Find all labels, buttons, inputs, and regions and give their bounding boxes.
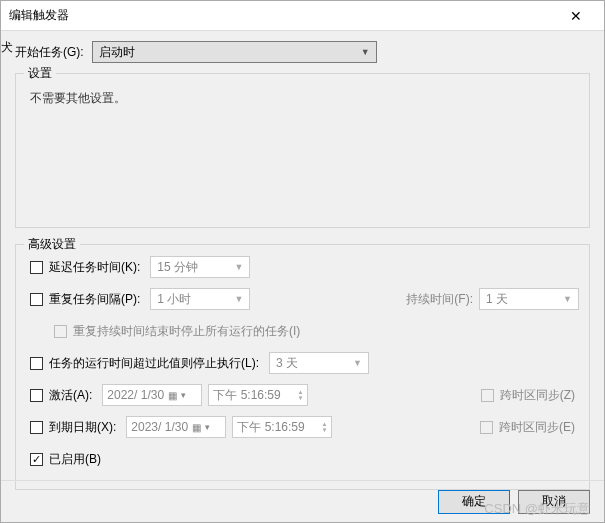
- window-title: 编辑触发器: [9, 7, 556, 24]
- chevron-down-icon: ▾: [205, 422, 210, 432]
- tz-sync-z-checkbox: [481, 389, 494, 402]
- cancel-button-label: 取消: [542, 493, 566, 510]
- spinner-icon: ▲▼: [297, 389, 303, 401]
- delay-row: 延迟任务时间(K): 15 分钟 ▼: [30, 255, 579, 279]
- duration-label: 持续时间(F):: [406, 291, 473, 308]
- expire-time-picker[interactable]: 下午 5:16:59 ▲▼: [232, 416, 332, 438]
- dialog-window: 犬 编辑触发器 ✕ 开始任务(G): 启动时 ▼ 设置 不需要其他设置。 高级设…: [0, 0, 605, 523]
- tz-sync-z-group: 跨时区同步(Z): [481, 387, 579, 404]
- repeat-value: 1 小时: [157, 291, 191, 308]
- activate-label: 激活(A):: [49, 387, 92, 404]
- content-area: 开始任务(G): 启动时 ▼ 设置 不需要其他设置。 高级设置 延迟任务时间(K…: [1, 31, 604, 522]
- spinner-icon: ▲▼: [321, 421, 327, 433]
- settings-group: 设置 不需要其他设置。: [15, 73, 590, 228]
- advanced-group: 高级设置 延迟任务时间(K): 15 分钟 ▼ 重复任务间隔(P): 1 小时 …: [15, 244, 590, 490]
- expire-date-value: 2023/ 1/30: [131, 420, 188, 434]
- expire-date-picker[interactable]: 2023/ 1/30 ▦ ▾: [126, 416, 226, 438]
- chevron-down-icon: ▼: [361, 47, 370, 57]
- expire-checkbox[interactable]: [30, 421, 43, 434]
- begin-task-dropdown[interactable]: 启动时 ▼: [92, 41, 377, 63]
- stop-repeat-checkbox: [54, 325, 67, 338]
- delay-checkbox[interactable]: [30, 261, 43, 274]
- stop-exceed-value: 3 天: [276, 355, 298, 372]
- ok-button-label: 确定: [462, 493, 486, 510]
- stop-repeat-label: 重复持续时间结束时停止所有运行的任务(I): [73, 323, 300, 340]
- chevron-down-icon: ▼: [234, 294, 243, 304]
- activate-date-picker[interactable]: 2022/ 1/30 ▦ ▾: [102, 384, 202, 406]
- activate-date-value: 2022/ 1/30: [107, 388, 164, 402]
- stop-exceed-checkbox[interactable]: [30, 357, 43, 370]
- stop-exceed-label: 任务的运行时间超过此值则停止执行(L):: [49, 355, 259, 372]
- repeat-label: 重复任务间隔(P):: [49, 291, 140, 308]
- begin-task-row: 开始任务(G): 启动时 ▼: [15, 41, 590, 63]
- tz-sync-e-label: 跨时区同步(E): [499, 419, 575, 436]
- activate-time-picker[interactable]: 下午 5:16:59 ▲▼: [208, 384, 308, 406]
- repeat-row: 重复任务间隔(P): 1 小时 ▼ 持续时间(F): 1 天 ▼: [30, 287, 579, 311]
- expire-label: 到期日期(X):: [49, 419, 116, 436]
- tz-sync-e-group: 跨时区同步(E): [480, 419, 579, 436]
- begin-task-value: 启动时: [99, 44, 135, 61]
- settings-group-label: 设置: [24, 65, 56, 82]
- enabled-label: 已启用(B): [49, 451, 101, 468]
- chevron-down-icon: ▾: [181, 390, 186, 400]
- calendar-icon: ▦: [192, 422, 201, 433]
- expire-time-value: 下午 5:16:59: [237, 419, 304, 436]
- begin-task-label: 开始任务(G):: [15, 44, 84, 61]
- stop-exceed-combo[interactable]: 3 天 ▼: [269, 352, 369, 374]
- cancel-button[interactable]: 取消: [518, 490, 590, 514]
- delay-combo[interactable]: 15 分钟 ▼: [150, 256, 250, 278]
- delay-value: 15 分钟: [157, 259, 198, 276]
- enabled-row: 已启用(B): [30, 447, 579, 471]
- stop-repeat-row: 重复持续时间结束时停止所有运行的任务(I): [30, 319, 579, 343]
- calendar-icon: ▦: [168, 390, 177, 401]
- enabled-checkbox[interactable]: [30, 453, 43, 466]
- duration-combo[interactable]: 1 天 ▼: [479, 288, 579, 310]
- chevron-down-icon: ▼: [234, 262, 243, 272]
- settings-text: 不需要其他设置。: [30, 84, 579, 113]
- activate-time-value: 下午 5:16:59: [213, 387, 280, 404]
- expire-row: 到期日期(X): 2023/ 1/30 ▦ ▾ 下午 5:16:59 ▲▼ 跨时…: [30, 415, 579, 439]
- tz-sync-e-checkbox: [480, 421, 493, 434]
- edge-char: 犬: [1, 39, 13, 56]
- chevron-down-icon: ▼: [563, 294, 572, 304]
- activate-checkbox[interactable]: [30, 389, 43, 402]
- close-button[interactable]: ✕: [556, 2, 596, 30]
- repeat-combo[interactable]: 1 小时 ▼: [150, 288, 250, 310]
- tz-sync-z-label: 跨时区同步(Z): [500, 387, 575, 404]
- button-bar: 确定 取消: [1, 480, 604, 522]
- duration-group: 持续时间(F): 1 天 ▼: [406, 288, 579, 310]
- chevron-down-icon: ▼: [353, 358, 362, 368]
- duration-value: 1 天: [486, 291, 508, 308]
- stop-exceed-row: 任务的运行时间超过此值则停止执行(L): 3 天 ▼: [30, 351, 579, 375]
- ok-button[interactable]: 确定: [438, 490, 510, 514]
- repeat-checkbox[interactable]: [30, 293, 43, 306]
- close-icon: ✕: [570, 8, 582, 24]
- delay-label: 延迟任务时间(K):: [49, 259, 140, 276]
- advanced-group-label: 高级设置: [24, 236, 80, 253]
- titlebar: 编辑触发器 ✕: [1, 1, 604, 31]
- activate-row: 激活(A): 2022/ 1/30 ▦ ▾ 下午 5:16:59 ▲▼ 跨时区同…: [30, 383, 579, 407]
